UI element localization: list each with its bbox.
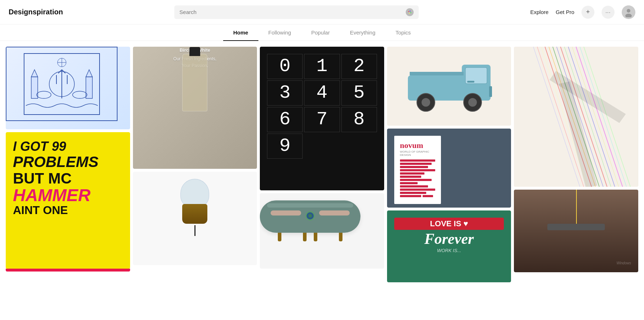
red-bar <box>6 269 130 272</box>
nautical-card <box>6 47 130 129</box>
svg-point-18 <box>37 91 51 98</box>
svg-point-28 <box>422 98 430 107</box>
yellow-line5: AINT ONE <box>13 204 123 217</box>
lamp-body <box>140 179 250 236</box>
list-item[interactable]: LOVE IS ♥ Forever WORK IS... <box>387 210 511 282</box>
love-content: LOVE IS ♥ Forever WORK IS... <box>394 218 504 253</box>
avatar[interactable] <box>622 5 635 19</box>
novum-bar <box>400 159 435 162</box>
novum-subtitle: WORLD OF GRAPHIC DESIGN <box>400 150 435 157</box>
yellow-line4: HAMMER <box>13 187 123 204</box>
yellow-text-card: i got 99 PROBLEMS BUT MC HAMMER AINT ONE <box>6 132 130 269</box>
sofa-leg4 <box>314 233 317 241</box>
explore-link[interactable]: Explore <box>530 9 548 15</box>
numbers-content: 0 1 2 3 4 5 6 7 8 9 <box>267 54 377 159</box>
novum-inner: novum WORLD OF GRAPHIC DESIGN <box>394 136 441 204</box>
threads-card <box>514 47 638 187</box>
digit-9: 9 <box>267 134 303 159</box>
tab-topics[interactable]: Topics <box>386 24 421 41</box>
lamp-shade <box>180 179 209 208</box>
svg-point-2 <box>410 10 411 11</box>
yellow-line2: PROBLEMS <box>13 154 123 170</box>
svg-point-6 <box>625 14 632 17</box>
digit-5: 5 <box>341 80 377 106</box>
tab-popular[interactable]: Popular <box>301 24 340 41</box>
list-item[interactable]: Birch & White Our Fresh Ingredients, You… <box>133 47 257 169</box>
tab-everything[interactable]: Everything <box>340 24 386 41</box>
list-item[interactable] <box>387 47 511 126</box>
add-button[interactable]: + <box>581 6 594 19</box>
bottle <box>182 54 207 111</box>
list-item[interactable] <box>6 47 130 129</box>
tab-following[interactable]: Following <box>258 24 301 41</box>
palette-icon[interactable] <box>406 8 414 16</box>
digit-4: 4 <box>304 80 340 106</box>
svg-point-3 <box>410 12 411 13</box>
love-card: LOVE IS ♥ Forever WORK IS... <box>387 210 511 282</box>
list-item[interactable] <box>514 47 638 187</box>
list-item[interactable]: i got 99 PROBLEMS BUT MC HAMMER AINT ONE <box>6 132 130 272</box>
list-item[interactable]: Windows <box>514 190 638 272</box>
digit-6: 6 <box>267 107 303 132</box>
header: Designspiration Explore Get Pro + ··· <box>0 0 644 24</box>
svg-rect-26 <box>410 72 464 75</box>
digit-3: 3 <box>267 80 303 106</box>
lamp-wire <box>194 225 196 236</box>
novum-bar-b <box>423 195 433 197</box>
tab-home[interactable]: Home <box>223 24 258 41</box>
nav-tabs: Home Following Popular Everything Topics <box>0 24 644 41</box>
sofa-ornament <box>305 211 315 221</box>
sofa-leg1 <box>278 233 281 241</box>
logo[interactable]: Designspiration <box>9 8 63 16</box>
novum-bar <box>400 189 435 191</box>
masonry-grid: i got 99 PROBLEMS BUT MC HAMMER AINT ONE… <box>0 41 644 282</box>
search-wrapper <box>63 5 530 19</box>
love-footer: WORK IS... <box>394 248 504 253</box>
digit-1: 1 <box>304 54 340 79</box>
list-item[interactable]: novum WORLD OF GRAPHIC DESIGN <box>387 129 511 208</box>
list-item[interactable]: 0 1 2 3 4 5 6 7 8 9 <box>260 47 384 190</box>
pendant-watermark: Windows <box>616 261 631 265</box>
yellow-line1: i got 99 <box>13 139 123 154</box>
digit-0: 0 <box>267 54 303 79</box>
sofa-cushion-left <box>271 210 301 215</box>
svg-point-4 <box>409 13 410 14</box>
novum-bar <box>400 182 418 184</box>
search-input[interactable] <box>179 9 403 15</box>
novum-bar <box>400 179 432 181</box>
sofa-leg2 <box>339 233 342 241</box>
pendant-wire <box>576 190 577 226</box>
get-pro-link[interactable]: Get Pro <box>556 9 574 15</box>
novum-bar <box>400 172 425 175</box>
novum-bar <box>400 169 435 171</box>
svg-marker-17 <box>86 70 92 77</box>
novum-bar <box>400 176 421 178</box>
lamp-base <box>182 204 207 224</box>
love-banner: LOVE IS ♥ <box>394 218 504 230</box>
svg-point-5 <box>627 9 630 13</box>
novum-bar <box>400 166 428 168</box>
pendant-lamp <box>547 224 605 230</box>
novum-bar <box>400 192 427 194</box>
more-button[interactable]: ··· <box>602 6 615 19</box>
novum-card: novum WORLD OF GRAPHIC DESIGN <box>387 129 511 208</box>
sofa-card <box>260 193 384 269</box>
sofa-cushion-right <box>319 210 350 215</box>
list-item[interactable] <box>133 172 257 265</box>
novum-bar <box>400 163 432 165</box>
pendant-card: Windows <box>514 190 638 272</box>
digit-8: 8 <box>341 107 377 132</box>
nautical-inner <box>6 47 118 121</box>
novum-title: novum <box>400 142 435 149</box>
novum-bar-row <box>400 195 435 197</box>
sofa-leg3 <box>303 233 307 241</box>
svg-point-30 <box>468 98 477 107</box>
novum-bar <box>400 185 428 187</box>
list-item[interactable] <box>260 193 384 269</box>
novum-bars <box>400 159 435 197</box>
sofa-back <box>267 203 353 208</box>
love-text: Forever <box>394 231 504 246</box>
svg-point-1 <box>408 11 409 12</box>
svg-marker-15 <box>31 70 38 77</box>
svg-rect-31 <box>467 81 474 83</box>
